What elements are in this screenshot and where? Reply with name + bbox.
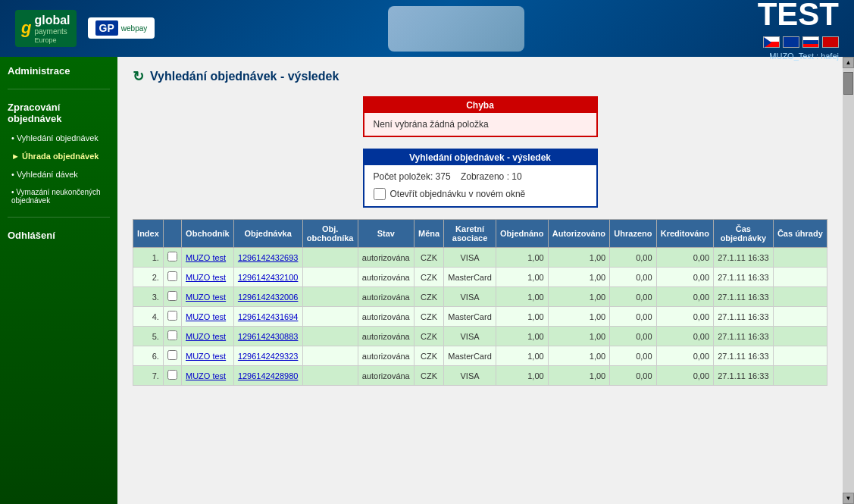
row-checkbox[interactable] — [167, 370, 177, 380]
cell-autorizovano: 1,00 — [548, 327, 610, 346]
logo-text: global payments Europe — [34, 13, 70, 45]
flag-en[interactable] — [783, 36, 799, 48]
cell-uhrazeno: 0,00 — [610, 346, 656, 366]
row-checkbox[interactable] — [167, 252, 177, 261]
cell-stav: autorizována — [358, 307, 414, 327]
cell-cas-uhrady — [773, 346, 827, 366]
logo-global-text: global — [34, 13, 70, 27]
cell-cas-obj: 27.1.11 16:33 — [714, 307, 774, 327]
col-cas-uhrady: Čas úhrady — [773, 220, 827, 248]
cell-uhrazeno: 0,00 — [610, 248, 656, 268]
cell-asociace: MasterCard — [444, 346, 496, 366]
cell-obchodnik[interactable]: MUZO test — [181, 366, 233, 386]
cell-autorizovano: 1,00 — [548, 268, 610, 287]
table-row[interactable]: 7.MUZO test1296142428980autorizovánaCZKV… — [133, 366, 827, 386]
sidebar-item-search-orders[interactable]: • Vyhledání objednávek — [0, 129, 117, 147]
scrollbar[interactable]: ▲ ▼ — [843, 57, 854, 504]
cell-checkbox[interactable] — [163, 327, 181, 346]
test-label: TEST — [758, 0, 839, 33]
cell-obchodnik[interactable]: MUZO test — [181, 307, 233, 327]
cell-obchodnik[interactable]: MUZO test — [181, 327, 233, 346]
cell-index: 2. — [133, 268, 164, 287]
cell-objednavka[interactable]: 1296142432100 — [233, 268, 302, 287]
col-mena: Měna — [414, 220, 443, 248]
cell-autorizovano: 1,00 — [548, 287, 610, 307]
error-box: Chyba Není vybrána žádná položka — [363, 96, 598, 137]
table-row[interactable]: 3.MUZO test1296142432006autorizovánaCZKV… — [133, 287, 827, 307]
scroll-down-btn[interactable]: ▼ — [843, 493, 854, 504]
cell-checkbox[interactable] — [163, 248, 181, 268]
table-row[interactable]: 1.MUZO test1296142432693autorizovánaCZKV… — [133, 248, 827, 268]
cell-stav: autorizována — [358, 287, 414, 307]
cell-checkbox[interactable] — [163, 307, 181, 327]
cell-objednavka[interactable]: 1296142429323 — [233, 346, 302, 366]
sidebar-admin-section: Administrace — [0, 57, 117, 85]
row-checkbox[interactable] — [167, 311, 177, 321]
cell-objednavka[interactable]: 1296142432693 — [233, 248, 302, 268]
result-box: Vyhledání objednávek - výsledek Počet po… — [363, 149, 598, 208]
cell-kreditovano: 0,00 — [656, 287, 713, 307]
table-row[interactable]: 4.MUZO test1296142431694autorizovánaCZKM… — [133, 307, 827, 327]
table-row[interactable]: 5.MUZO test1296142430883autorizovánaCZKV… — [133, 327, 827, 346]
row-checkbox[interactable] — [167, 350, 177, 360]
cell-cas-obj: 27.1.11 16:33 — [714, 248, 774, 268]
cell-stav: autorizována — [358, 346, 414, 366]
flag-cz[interactable] — [763, 36, 780, 48]
sidebar-item-payment-orders[interactable]: ► Úhrada objednávek — [0, 147, 117, 165]
cell-autorizovano: 1,00 — [548, 307, 610, 327]
scroll-thumb[interactable] — [843, 72, 853, 95]
open-checkbox-row[interactable]: Otevřít objednávku v novém okně — [374, 188, 587, 200]
cell-obchodnik[interactable]: MUZO test — [181, 248, 233, 268]
cell-objednano: 1,00 — [496, 268, 548, 287]
sidebar-logout[interactable]: Odhlášení — [0, 225, 117, 246]
table-row[interactable]: 2.MUZO test1296142432100autorizovánaCZKM… — [133, 268, 827, 287]
sidebar-item-delete-orders[interactable]: • Vymazání neukončených objednávek — [0, 183, 117, 209]
card-image — [388, 6, 524, 52]
cell-checkbox[interactable] — [163, 268, 181, 287]
cell-cas-uhrady — [773, 307, 827, 327]
row-checkbox[interactable] — [167, 291, 177, 301]
cell-checkbox[interactable] — [163, 287, 181, 307]
cell-objednano: 1,00 — [496, 366, 548, 386]
flag-sk[interactable] — [802, 36, 819, 48]
cell-objednavka[interactable]: 1296142428980 — [233, 366, 302, 386]
cell-checkbox[interactable] — [163, 346, 181, 366]
cell-obchodnik[interactable]: MUZO test — [181, 287, 233, 307]
cell-objednavka[interactable]: 1296142432006 — [233, 287, 302, 307]
logo-europe-text: Europe — [34, 36, 70, 45]
col-cas-obj: Časobjednávky — [714, 220, 774, 248]
cell-checkbox[interactable] — [163, 366, 181, 386]
cell-mena: CZK — [414, 268, 443, 287]
sidebar-item-search-batches[interactable]: • Vyhledání dávek — [0, 165, 117, 183]
cell-objednavka[interactable]: 1296142430883 — [233, 327, 302, 346]
cell-uhrazeno: 0,00 — [610, 287, 656, 307]
cell-cas-obj: 27.1.11 16:33 — [714, 287, 774, 307]
cell-uhrazeno: 0,00 — [610, 268, 656, 287]
scroll-up-btn[interactable]: ▲ — [843, 57, 854, 68]
cell-obj-obchodnika — [302, 307, 358, 327]
cell-objednavka[interactable]: 1296142431694 — [233, 307, 302, 327]
cell-cas-obj: 27.1.11 16:33 — [714, 327, 774, 346]
cell-obchodnik[interactable]: MUZO test — [181, 346, 233, 366]
sidebar-divider-2 — [8, 217, 110, 218]
header-user: MUZO_Test : hafej — [769, 52, 839, 61]
row-checkbox[interactable] — [167, 271, 177, 281]
cell-objednano: 1,00 — [496, 248, 548, 268]
row-checkbox[interactable] — [167, 330, 177, 340]
cell-uhrazeno: 0,00 — [610, 307, 656, 327]
cell-asociace: VISA — [444, 366, 496, 386]
cell-autorizovano: 1,00 — [548, 346, 610, 366]
main-content: ↻ Vyhledání objednávek - výsledek Chyba … — [117, 57, 843, 504]
sidebar-orders-header[interactable]: Zpracování objednávek — [0, 97, 117, 129]
header-center — [155, 6, 757, 52]
flag-other[interactable] — [822, 36, 839, 48]
table-row[interactable]: 6.MUZO test1296142429323autorizovánaCZKM… — [133, 346, 827, 366]
table-header: Index Obchodník Objednávka Obj.obchodník… — [133, 220, 827, 248]
cell-kreditovano: 0,00 — [656, 346, 713, 366]
header: g global payments Europe GP webpay TEST … — [0, 0, 854, 57]
cell-autorizovano: 1,00 — [548, 366, 610, 386]
cell-obchodnik[interactable]: MUZO test — [181, 268, 233, 287]
sidebar-admin[interactable]: Administrace — [0, 61, 117, 81]
open-new-window-checkbox[interactable] — [374, 188, 386, 200]
language-flags[interactable] — [763, 36, 839, 48]
